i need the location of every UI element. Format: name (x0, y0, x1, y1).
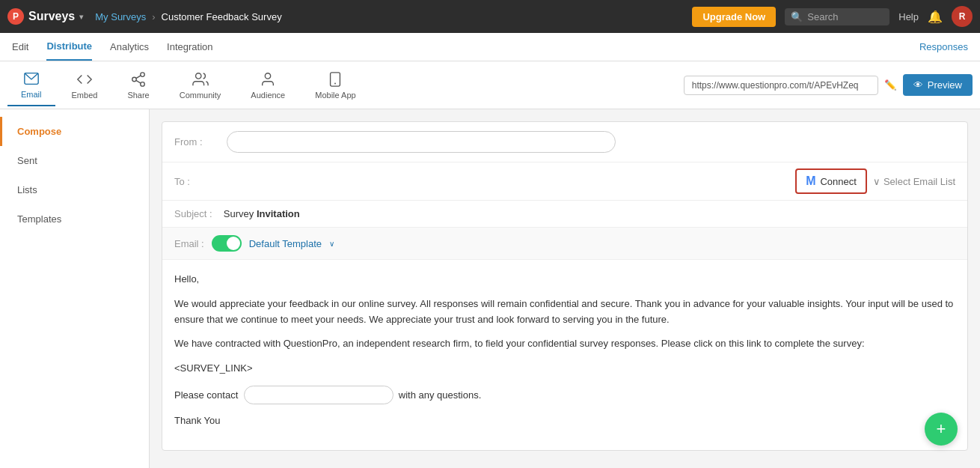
breadcrumb-current: Customer Feedback Survey (162, 11, 282, 22)
audience-icon (260, 71, 276, 88)
embed-icon (76, 71, 93, 88)
to-row: To : M Connect ∨ Select Email List (162, 162, 967, 201)
select-email-list-button[interactable]: ∨ Select Email List (873, 176, 955, 187)
url-bar: ✏️ 👁 Preview (684, 74, 973, 96)
svg-line-4 (136, 80, 141, 83)
sidebar-item-sent[interactable]: Sent (0, 146, 149, 175)
notifications-icon[interactable]: 🔔 (928, 10, 943, 24)
email-survey-link: <SURVEY_LINK> (174, 361, 955, 377)
email-contact-row: Please contact with any questions. (174, 386, 955, 404)
connect-label: Connect (820, 176, 856, 187)
preview-button[interactable]: 👁 Preview (903, 74, 973, 96)
nav-integration[interactable]: Integration (167, 34, 212, 60)
svg-point-2 (132, 77, 137, 82)
sidebar: Compose Sent Lists Templates (0, 109, 150, 468)
toolbar-embed[interactable]: Embed (58, 65, 111, 106)
top-bar-right: Upgrade Now 🔍 Help 🔔 R (692, 6, 973, 27)
nav-distribute[interactable]: Distribute (46, 33, 92, 61)
nav-analytics[interactable]: Analytics (110, 34, 149, 60)
from-input[interactable] (227, 131, 616, 153)
email-greeting: Hello, (174, 272, 955, 288)
search-input[interactable] (807, 11, 883, 22)
template-chevron-icon[interactable]: ∨ (329, 240, 334, 248)
app-logo[interactable]: P Surveys ▾ (7, 8, 83, 25)
share-icon (130, 71, 147, 88)
sidebar-item-lists[interactable]: Lists (0, 175, 149, 204)
chevron-down-icon: ∨ (873, 176, 881, 187)
survey-url-input[interactable] (684, 76, 878, 95)
avatar[interactable]: R (952, 6, 973, 27)
second-nav: Edit Distribute Analytics Integration Re… (0, 33, 980, 61)
from-label: From : (174, 136, 219, 148)
email-form-wrapper: From : To : M Connect (162, 121, 968, 451)
svg-point-1 (141, 72, 145, 76)
email-para1: We would appreciate your feedback in our… (174, 297, 955, 328)
sidebar-item-templates[interactable]: Templates (0, 204, 149, 234)
compose-area: From : To : M Connect (150, 109, 980, 468)
breadcrumb-separator: › (152, 11, 155, 22)
template-name[interactable]: Default Template (249, 238, 322, 249)
to-label: To : (174, 176, 219, 187)
svg-line-5 (136, 75, 141, 78)
email-sign-off: Thank You (174, 413, 955, 429)
search-icon: 🔍 (791, 11, 803, 22)
app-dropdown-icon[interactable]: ▾ (79, 13, 83, 21)
breadcrumb-home[interactable]: My Surveys (95, 11, 146, 22)
email-body: Hello, We would appreciate your feedback… (162, 260, 967, 450)
email-label: Email : (174, 238, 204, 249)
eye-icon: 👁 (913, 79, 923, 91)
app-name: Surveys (28, 10, 75, 23)
email-toggle[interactable] (212, 235, 242, 252)
email-form: From : To : M Connect (162, 121, 968, 451)
svg-point-3 (141, 82, 145, 86)
edit-url-button[interactable]: ✏️ (884, 79, 897, 91)
responses-link[interactable]: Responses (919, 34, 968, 60)
from-row: From : (162, 122, 967, 162)
to-actions: M Connect ∨ Select Email List (795, 168, 955, 194)
toolbar-mobile-app[interactable]: Mobile App (301, 65, 369, 106)
icon-toolbar: Email Embed Share Community (0, 61, 980, 109)
toolbar-audience[interactable]: Audience (237, 65, 298, 106)
email-para2: We have contracted with QuestionPro, an … (174, 336, 955, 352)
mobile-icon (327, 71, 343, 88)
help-link[interactable]: Help (898, 11, 919, 22)
toolbar-community[interactable]: Community (166, 65, 235, 106)
subject-normal: Survey (224, 208, 257, 219)
breadcrumb: My Surveys › Customer Feedback Survey (95, 11, 281, 22)
toggle-slider (212, 235, 242, 252)
svg-point-7 (266, 73, 271, 78)
subject-label: Subject : (174, 208, 212, 219)
logo-icon: P (7, 8, 24, 25)
top-bar: P Surveys ▾ My Surveys › Customer Feedba… (0, 0, 980, 33)
fab-button[interactable]: + (925, 413, 958, 446)
contact-input[interactable] (244, 386, 393, 404)
community-icon (192, 71, 209, 88)
gmail-connect-button[interactable]: M Connect (795, 168, 867, 194)
search-box[interactable]: 🔍 (785, 8, 889, 25)
gmail-icon: M (806, 174, 815, 188)
main-content: Compose Sent Lists Templates From : To : (0, 109, 980, 468)
upgrade-button[interactable]: Upgrade Now (692, 7, 776, 27)
email-icon (23, 70, 40, 87)
subject-value: Survey Invitation (218, 208, 300, 219)
svg-point-6 (195, 73, 200, 78)
email-template-row: Email : Default Template ∨ (162, 228, 967, 260)
sidebar-item-compose[interactable]: Compose (0, 117, 149, 146)
subject-row: Subject : Survey Invitation (162, 201, 967, 228)
toolbar-email[interactable]: Email (7, 64, 55, 106)
nav-edit[interactable]: Edit (12, 34, 28, 60)
subject-bold: Invitation (257, 208, 300, 219)
toolbar-share[interactable]: Share (114, 65, 162, 106)
